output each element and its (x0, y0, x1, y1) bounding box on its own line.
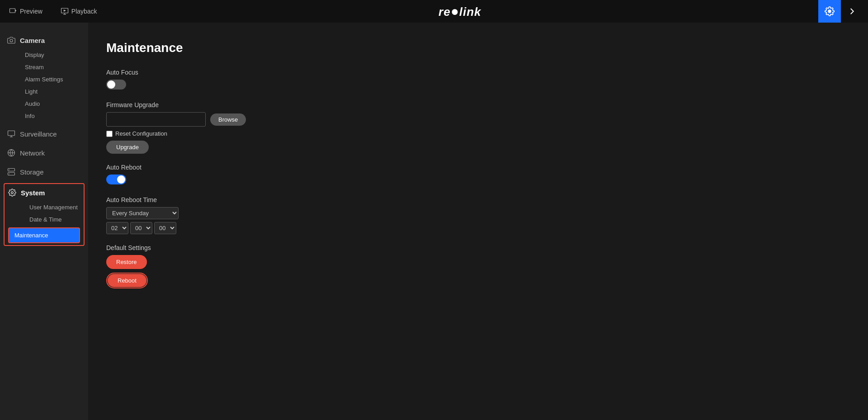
auto-focus-label: Auto Focus (106, 69, 850, 76)
reset-config-checkbox[interactable] (106, 131, 113, 137)
reset-config-label: Reset Configuration (115, 130, 167, 137)
default-settings-label: Default Settings (106, 244, 850, 251)
network-label: Network (20, 149, 45, 157)
reset-config-row: Reset Configuration (106, 130, 850, 137)
sidebar-item-alarm-settings[interactable]: Alarm Settings (20, 73, 88, 85)
svg-point-17 (11, 192, 14, 194)
topbar-left: Preview Playback (5, 5, 102, 18)
playback-icon (61, 7, 69, 15)
content-area: Maintenance Auto Focus Firmware Upgrade … (88, 23, 868, 420)
gear-icon (825, 6, 835, 16)
storage-item[interactable]: Storage (0, 162, 88, 181)
sidebar-item-maintenance[interactable]: Maintenance (8, 227, 80, 243)
auto-reboot-label: Auto Reboot (106, 164, 850, 171)
system-header[interactable]: System (5, 184, 84, 201)
network-item[interactable]: Network (0, 143, 88, 162)
auto-reboot-time-section: Auto Reboot Time Every Sunday Every Mond… (106, 196, 850, 234)
svg-rect-8 (8, 131, 15, 136)
svg-point-15 (9, 170, 10, 170)
upgrade-button[interactable]: Upgrade (106, 141, 149, 154)
camera-label: Camera (20, 37, 45, 44)
firmware-row: Browse (106, 112, 850, 127)
reboot-hour-select[interactable]: 00 01 02 03 04 05 06 07 08 09 10 11 12 1… (106, 222, 128, 234)
camera-header[interactable]: Camera (0, 32, 88, 49)
sidebar-item-light[interactable]: Light (20, 85, 88, 98)
playback-label: Playback (71, 8, 97, 15)
storage-label: Storage (20, 168, 44, 176)
auto-reboot-slider (106, 175, 126, 184)
firmware-upgrade-label: Firmware Upgrade (106, 101, 850, 109)
reboot-button-wrapper: Reboot (106, 273, 148, 288)
reboot-time-row: 00 01 02 03 04 05 06 07 08 09 10 11 12 1… (106, 222, 850, 234)
sidebar-item-display[interactable]: Display (20, 49, 88, 61)
sidebar-item-date-time[interactable]: Date & Time (25, 213, 84, 226)
svg-rect-0 (10, 9, 15, 13)
system-section: System User Management Date & Time Maint… (4, 183, 85, 246)
storage-icon (7, 168, 15, 176)
system-submenu: User Management Date & Time (5, 201, 84, 226)
auto-reboot-toggle[interactable] (106, 175, 126, 184)
default-settings-section: Default Settings Restore Reboot (106, 244, 850, 288)
reboot-day-row: Every Sunday Every Monday Every Tuesday … (106, 207, 850, 219)
browse-button[interactable]: Browse (210, 113, 246, 126)
preview-button[interactable]: Preview (5, 5, 47, 18)
topbar-right (818, 0, 863, 23)
sidebar-item-audio[interactable]: Audio (20, 98, 88, 110)
main-layout: Camera Display Stream Alarm Settings Lig… (0, 23, 868, 420)
preview-label: Preview (20, 8, 42, 15)
camera-icon (7, 36, 15, 44)
svg-marker-5 (64, 9, 66, 12)
surveillance-label: Surveillance (20, 130, 57, 138)
sidebar: Camera Display Stream Alarm Settings Lig… (0, 23, 88, 420)
system-label: System (21, 189, 45, 197)
svg-marker-1 (15, 9, 17, 12)
network-icon (7, 149, 15, 157)
arrow-right-icon (847, 6, 857, 16)
auto-focus-section: Auto Focus (106, 69, 850, 91)
page-title: Maintenance (106, 41, 850, 55)
settings-button[interactable] (818, 0, 841, 23)
preview-icon (9, 7, 17, 15)
surveillance-icon (7, 130, 15, 138)
firmware-input[interactable] (106, 112, 206, 127)
reboot-button[interactable]: Reboot (108, 274, 146, 287)
firmware-upgrade-section: Firmware Upgrade Browse Reset Configurat… (106, 101, 850, 154)
arrow-button[interactable] (841, 0, 863, 23)
svg-point-7 (10, 39, 13, 42)
sidebar-item-stream[interactable]: Stream (20, 61, 88, 73)
camera-section: Camera Display Stream Alarm Settings Lig… (0, 32, 88, 122)
surveillance-item[interactable]: Surveillance (0, 124, 88, 143)
sidebar-item-user-management[interactable]: User Management (25, 201, 84, 213)
logo: re●link (439, 4, 481, 19)
reboot-min-select[interactable]: 00 15 30 45 (130, 222, 152, 234)
playback-button[interactable]: Playback (56, 5, 102, 18)
system-icon (8, 189, 16, 197)
sidebar-item-info[interactable]: Info (20, 110, 88, 122)
reboot-sec-select[interactable]: 00 15 30 45 (154, 222, 176, 234)
auto-reboot-time-label: Auto Reboot Time (106, 196, 850, 203)
restore-button[interactable]: Restore (106, 255, 147, 269)
camera-submenu: Display Stream Alarm Settings Light Audi… (0, 49, 88, 122)
reboot-day-select[interactable]: Every Sunday Every Monday Every Tuesday … (106, 207, 179, 219)
auto-reboot-section: Auto Reboot (106, 164, 850, 186)
auto-focus-toggle[interactable] (106, 80, 126, 90)
svg-point-16 (9, 174, 10, 175)
topbar: Preview Playback re●link (0, 0, 868, 23)
auto-focus-slider (106, 80, 126, 90)
